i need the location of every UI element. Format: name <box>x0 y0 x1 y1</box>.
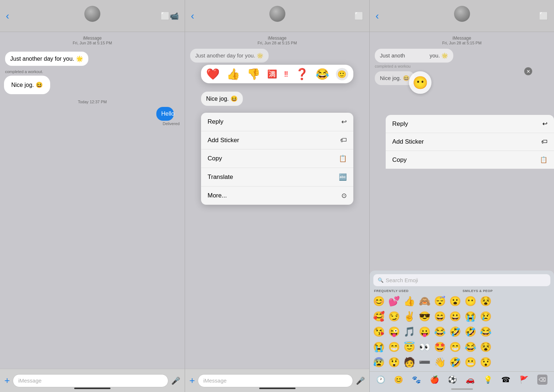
emoji-cell[interactable]: 😀 <box>447 309 463 324</box>
emoji-cell[interactable]: 😬 <box>463 355 478 370</box>
emoji-cell[interactable]: 😶 <box>463 293 478 309</box>
scroll-bar <box>370 387 554 392</box>
top-bar-1: ‹ ⬜📹 <box>0 0 185 32</box>
emoji-row-5: 😰 😲 🧑 ➖ 👋 🤣 😬 😯 <box>370 355 554 370</box>
emoji-cell[interactable]: 😴 <box>432 293 447 309</box>
reply-icon: ↩ <box>341 118 347 126</box>
video-call-button-3[interactable]: ⬜ <box>539 12 548 20</box>
emoji-row-1: 😊 💕 👍 🙈 😴 😮 😶 😵 <box>370 293 554 309</box>
emoji-cell[interactable]: 😰 <box>371 355 386 370</box>
outgoing-wrap-1: Hello Delivered <box>0 107 185 126</box>
panel3-menu-copy[interactable]: Copy 📋 <box>386 151 554 169</box>
bubble-with-reaction: Nice jog. 😆 <box>201 92 243 106</box>
emoji-cell[interactable]: ➖ <box>417 355 432 370</box>
emoji-cell[interactable]: 😵 <box>478 339 493 355</box>
flags-emoji-btn[interactable]: 🚩 <box>519 375 529 384</box>
emoji-cell[interactable]: 😭 <box>371 339 386 355</box>
emoji-cell[interactable]: 💕 <box>386 293 402 309</box>
reaction-laugh[interactable]: 😂 <box>316 68 329 80</box>
emoji-cell[interactable]: 🙈 <box>417 293 432 309</box>
reaction-thumbsup[interactable]: 👍 <box>226 68 240 80</box>
menu-more[interactable]: More... ⊙ <box>201 187 353 205</box>
reaction-exclaim[interactable]: ‼️ <box>284 69 288 79</box>
avatar-1 <box>84 6 100 22</box>
emoji-cell[interactable]: 😵 <box>478 293 493 309</box>
emoji-row-2: 🥰 😏 ✌️ 😎 😄 😀 😭 😢 <box>370 309 554 324</box>
symbols-emoji-btn[interactable]: ☎ <box>501 375 510 384</box>
emoji-cell[interactable]: 🎵 <box>402 324 417 339</box>
menu-add-sticker[interactable]: Add Sticker 🏷 <box>201 131 353 149</box>
emoji-cell[interactable]: 🤣 <box>447 324 463 339</box>
back-button-2[interactable]: ‹ <box>191 10 194 22</box>
video-call-button-2[interactable]: ⬜ <box>354 12 364 20</box>
emoji-cell[interactable]: 👀 <box>417 339 432 355</box>
reaction-heart[interactable]: ❤️ <box>206 68 220 80</box>
delivered-label-1: Delivered <box>156 121 180 126</box>
message-input-2[interactable]: iMessage <box>198 374 353 387</box>
reaction-question[interactable]: ❓ <box>295 68 309 80</box>
menu-copy[interactable]: Copy 📋 <box>201 149 353 168</box>
emoji-cell[interactable]: 😊 <box>371 293 386 309</box>
emoji-cell[interactable]: 🤩 <box>432 339 447 355</box>
food-emoji-btn[interactable]: 🍎 <box>430 375 439 384</box>
reaction-ha[interactable]: 🈵 <box>267 69 277 79</box>
recent-emoji-btn[interactable]: 🕐 <box>376 375 385 384</box>
emoji-cell[interactable]: 😢 <box>478 309 493 324</box>
emoji-cell[interactable]: 😘 <box>371 324 386 339</box>
reaction-thumbsdown[interactable]: 👎 <box>247 68 260 80</box>
emoji-section-headers: FREQUENTLY USED SMILEYS & PEOP <box>370 288 554 293</box>
smileys-emoji-btn[interactable]: 😊 <box>394 375 403 384</box>
close-reaction-button[interactable]: ✕ <box>524 67 532 75</box>
menu-reply[interactable]: Reply ↩ <box>201 113 353 131</box>
emoji-keyboard: 🔍 Search Emoji FREQUENTLY USED SMILEYS &… <box>370 271 554 392</box>
emoji-cell[interactable]: 😂 <box>478 324 493 339</box>
panel3-menu-reply[interactable]: Reply ↩ <box>386 115 554 133</box>
objects-emoji-btn[interactable]: 💡 <box>483 375 493 384</box>
home-indicator-2 <box>259 388 296 389</box>
message-input-1[interactable]: iMessage <box>13 374 168 387</box>
animals-emoji-btn[interactable]: 🐾 <box>412 375 421 384</box>
emoji-cell[interactable]: 👋 <box>432 355 447 370</box>
emoji-cell[interactable]: 😏 <box>386 309 402 324</box>
emoji-cell[interactable]: 😮 <box>447 293 463 309</box>
emoji-cell[interactable]: 😭 <box>463 309 478 324</box>
emoji-cell[interactable]: 😜 <box>386 324 402 339</box>
panel3-menu-sticker[interactable]: Add Sticker 🏷 <box>386 133 554 151</box>
emoji-cell[interactable]: 😄 <box>432 309 447 324</box>
travel-emoji-btn[interactable]: 🚗 <box>466 375 475 384</box>
home-indicator-1 <box>74 388 111 389</box>
mic-button-1[interactable]: 🎤 <box>171 376 180 385</box>
emoji-cell[interactable]: 😁 <box>447 339 463 355</box>
freq-used-label: FREQUENTLY USED <box>373 288 462 293</box>
emoji-cell[interactable]: 👍 <box>402 293 417 309</box>
back-button-3[interactable]: ‹ <box>376 10 379 22</box>
emoji-cell[interactable]: 🥰 <box>371 309 386 324</box>
outgoing-msg-1: Hello <box>156 107 174 121</box>
emoji-cell[interactable]: 😲 <box>386 355 402 370</box>
chat-area-1: Just another day for you. 🌟 completed a … <box>0 48 185 97</box>
activities-emoji-btn[interactable]: ⚽ <box>448 375 457 384</box>
emoji-cell[interactable]: ✌️ <box>402 309 417 324</box>
emoji-cell[interactable]: 😂 <box>463 339 478 355</box>
translate-icon: 🔤 <box>339 173 347 181</box>
mic-button-2[interactable]: 🎤 <box>356 376 365 385</box>
emoji-search-bar[interactable]: 🔍 Search Emoji <box>373 274 550 286</box>
menu-translate[interactable]: Translate 🔤 <box>201 168 353 187</box>
back-button-1[interactable]: ‹ <box>6 10 9 22</box>
context-menu: Reply ↩ Add Sticker 🏷 Copy 📋 Translate 🔤… <box>201 113 353 205</box>
emoji-cell[interactable]: 😇 <box>402 339 417 355</box>
video-call-button-1[interactable]: ⬜📹 <box>161 12 179 20</box>
delete-emoji-btn[interactable]: ⌫ <box>537 375 547 385</box>
emoji-cell[interactable]: 😯 <box>478 355 493 370</box>
emoji-cell[interactable]: 😛 <box>417 324 432 339</box>
emoji-cell[interactable]: 😁 <box>386 339 402 355</box>
emoji-cell[interactable]: 🤣 <box>447 355 463 370</box>
emoji-cell[interactable]: 🧑 <box>402 355 417 370</box>
add-button-2[interactable]: + <box>189 375 195 386</box>
reaction-more[interactable]: 🙂 <box>336 68 348 80</box>
emoji-cell[interactable]: 🤣 <box>463 324 478 339</box>
add-button-1[interactable]: + <box>4 375 10 386</box>
emoji-toolbar: 🕐 😊 🐾 🍎 ⚽ 🚗 💡 ☎ 🚩 ⌫ <box>370 371 554 387</box>
emoji-cell[interactable]: 😎 <box>417 309 432 324</box>
emoji-cell[interactable]: 😂 <box>432 324 447 339</box>
